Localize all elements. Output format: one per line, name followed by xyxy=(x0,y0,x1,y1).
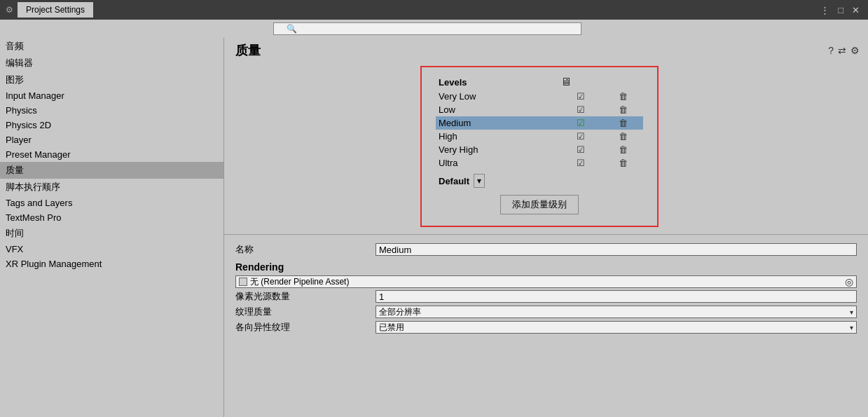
transfer-icon[interactable]: ⇄ xyxy=(838,45,846,56)
window-title: Project Settings xyxy=(26,5,85,15)
level-row-ultra[interactable]: Ultra ☑ 🗑 xyxy=(436,156,643,170)
fields-section: 名称 Medium Rendering 无 (Render Pipeline A… xyxy=(224,234,868,334)
level-name-medium: Medium xyxy=(436,116,558,130)
maximize-button[interactable]: □ xyxy=(835,5,846,15)
level-check-high[interactable]: ☑ xyxy=(558,130,603,143)
sidebar: 音频 编辑器 图形 Input Manager Physics Physics … xyxy=(0,38,224,417)
tex-quality-dropdown[interactable]: 全部分辨率 ▾ xyxy=(376,306,857,318)
anisotropic-dropdown[interactable]: 已禁用 ▾ xyxy=(376,321,857,334)
level-row-low[interactable]: Low ☑ 🗑 xyxy=(436,103,643,116)
sidebar-item-editor[interactable]: 编辑器 xyxy=(0,55,223,71)
sidebar-item-player[interactable]: Player xyxy=(0,132,223,147)
sidebar-item-textmesh-pro[interactable]: TextMesh Pro xyxy=(0,210,223,225)
title-tab: Project Settings xyxy=(18,2,93,18)
tex-quality-row: 纹理质量 全部分辨率 ▾ xyxy=(235,306,857,318)
window-controls: ⋮ □ ✕ xyxy=(818,5,862,15)
sidebar-item-tags-layers[interactable]: Tags and Layers xyxy=(0,196,223,210)
default-row: Default ▾ xyxy=(436,174,643,188)
level-trash-very-low[interactable]: 🗑 xyxy=(603,90,643,103)
light-count-label: 像素光源数量 xyxy=(235,290,376,303)
rendering-section-title: Rendering xyxy=(235,261,857,273)
header-icons: ? ⇄ ⚙ xyxy=(828,45,860,56)
level-check-medium[interactable]: ☑ xyxy=(558,116,603,130)
level-row-medium[interactable]: Medium ☑ 🗑 xyxy=(436,116,643,130)
sidebar-item-input-manager[interactable]: Input Manager xyxy=(0,88,223,103)
tex-quality-value: 全部分辨率 xyxy=(379,306,421,318)
content-title: 质量 xyxy=(235,42,261,59)
sidebar-item-xr-plugin[interactable]: XR Plugin Management xyxy=(0,257,223,271)
level-check-low[interactable]: ☑ xyxy=(558,103,603,116)
level-trash-low[interactable]: 🗑 xyxy=(603,103,643,116)
sidebar-item-physics[interactable]: Physics xyxy=(0,103,223,118)
level-row-very-low[interactable]: Very Low ☑ 🗑 xyxy=(436,90,643,103)
render-pipeline-label: 无 (Render Pipeline Asset) xyxy=(250,276,349,288)
level-row-very-high[interactable]: Very High ☑ 🗑 xyxy=(436,143,643,156)
quality-box: Levels 🖥 Very Low ☑ 🗑 Low xyxy=(420,66,659,227)
level-check-very-low[interactable]: ☑ xyxy=(558,90,603,103)
render-pipeline-checkbox[interactable] xyxy=(239,278,247,286)
anisotropic-row: 各向异性纹理 已禁用 ▾ xyxy=(235,321,857,334)
level-name-very-low: Very Low xyxy=(436,90,558,103)
level-trash-high[interactable]: 🗑 xyxy=(603,130,643,143)
sidebar-item-script-order[interactable]: 脚本执行顺序 xyxy=(0,179,223,196)
render-pipeline-row: 无 (Render Pipeline Asset) ◎ xyxy=(235,275,857,288)
name-field-row: 名称 Medium xyxy=(235,243,857,256)
level-row-high[interactable]: High ☑ 🗑 xyxy=(436,130,643,143)
settings-icon[interactable]: ⚙ xyxy=(850,45,860,56)
sidebar-item-preset-manager[interactable]: Preset Manager xyxy=(0,147,223,162)
sidebar-item-vfx[interactable]: VFX xyxy=(0,242,223,257)
monitor-icon: 🖥 xyxy=(560,76,572,88)
levels-table: Levels 🖥 Very Low ☑ 🗑 Low xyxy=(436,74,643,170)
sidebar-item-audio[interactable]: 音频 xyxy=(0,38,223,55)
sidebar-item-graphics[interactable]: 图形 xyxy=(0,71,223,88)
sidebar-item-time[interactable]: 时间 xyxy=(0,225,223,242)
level-check-ultra[interactable]: ☑ xyxy=(558,156,603,170)
anisotropic-arrow-icon: ▾ xyxy=(850,324,853,331)
more-options-button[interactable]: ⋮ xyxy=(818,5,832,15)
level-trash-medium[interactable]: 🗑 xyxy=(603,116,643,130)
search-wrap: 🔍 xyxy=(273,22,595,35)
main-layout: 音频 编辑器 图形 Input Manager Physics Physics … xyxy=(0,38,868,417)
close-button[interactable]: ✕ xyxy=(849,5,862,15)
search-bar-container: 🔍 xyxy=(0,20,868,38)
tex-quality-arrow-icon: ▾ xyxy=(850,308,853,316)
light-count-value[interactable]: 1 xyxy=(376,290,857,303)
default-dropdown[interactable]: ▾ xyxy=(474,174,485,188)
light-count-row: 像素光源数量 1 xyxy=(235,290,857,303)
default-label: Default xyxy=(439,176,469,186)
content-area: 质量 ? ⇄ ⚙ Levels 🖥 xyxy=(224,38,868,417)
settings-icon: ⚙ xyxy=(6,5,13,15)
tex-quality-label: 纹理质量 xyxy=(235,306,376,318)
name-label: 名称 xyxy=(235,243,376,256)
levels-header: Levels xyxy=(436,74,558,90)
level-check-very-high[interactable]: ☑ xyxy=(558,143,603,156)
name-value[interactable]: Medium xyxy=(376,243,857,256)
search-input[interactable] xyxy=(273,22,581,35)
level-trash-very-high[interactable]: 🗑 xyxy=(603,143,643,156)
sidebar-item-physics2d[interactable]: Physics 2D xyxy=(0,118,223,132)
help-icon[interactable]: ? xyxy=(828,45,834,56)
level-name-very-high: Very High xyxy=(436,143,558,156)
level-trash-ultra[interactable]: 🗑 xyxy=(603,156,643,170)
level-name-ultra: Ultra xyxy=(436,156,558,170)
level-name-low: Low xyxy=(436,103,558,116)
title-bar: ⚙ Project Settings ⋮ □ ✕ xyxy=(0,0,868,20)
sidebar-item-quality[interactable]: 质量 xyxy=(0,162,223,179)
add-level-button[interactable]: 添加质量级别 xyxy=(500,195,579,214)
anisotropic-value: 已禁用 xyxy=(379,322,404,334)
render-pipeline-field[interactable]: 无 (Render Pipeline Asset) ◎ xyxy=(235,275,857,288)
anisotropic-label: 各向异性纹理 xyxy=(235,321,376,334)
level-name-high: High xyxy=(436,130,558,143)
content-header: 质量 ? ⇄ ⚙ xyxy=(224,38,868,63)
circle-select-icon[interactable]: ◎ xyxy=(845,276,853,287)
